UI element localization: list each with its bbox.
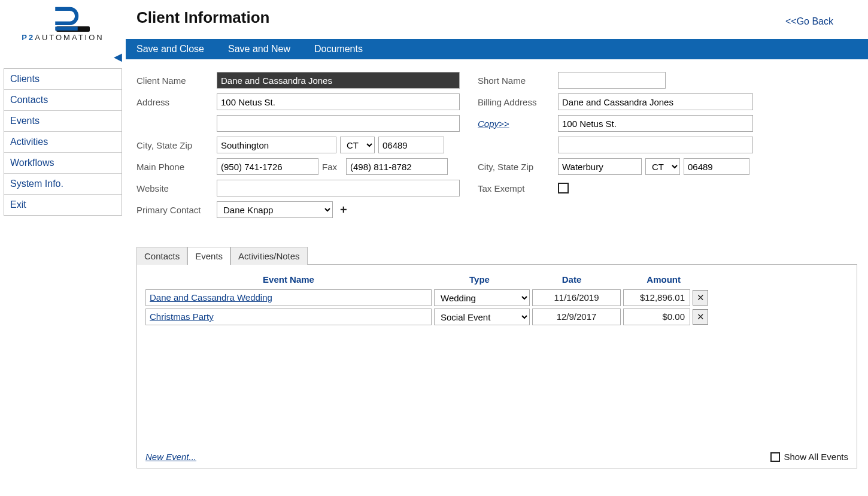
page-title: Client Information (136, 8, 269, 27)
copy-address-link[interactable]: Copy>> (478, 119, 554, 129)
zip-input[interactable] (378, 137, 444, 153)
label-tax-exempt: Tax Exempt (478, 183, 554, 193)
menu-save-and-new[interactable]: Save and New (228, 44, 290, 55)
menu-save-and-close[interactable]: Save and Close (136, 44, 204, 55)
label-client-name: Client Name (136, 75, 213, 86)
sidebar-item-events[interactable]: Events (4, 111, 122, 132)
close-icon: ✕ (697, 292, 705, 303)
close-icon: ✕ (697, 311, 705, 322)
label-website: Website (136, 183, 213, 193)
header-type: Type (432, 273, 527, 286)
tab-activities-notes[interactable]: Activities/Notes (230, 247, 308, 265)
header-date: Date (527, 273, 616, 286)
event-amount: $0.00 (623, 309, 690, 325)
label-fax: Fax (322, 162, 342, 172)
header-amount: Amount (616, 273, 683, 286)
label-city-state-zip: City, State Zip (136, 140, 213, 150)
sidebar-item-workflows[interactable]: Workflows (4, 153, 122, 174)
event-amount: $12,896.01 (623, 289, 690, 306)
tab-events[interactable]: Events (187, 247, 230, 265)
label-billing-city-state-zip: City, State Zip (478, 162, 554, 172)
billing-zip-input[interactable] (684, 158, 749, 175)
event-name-link[interactable]: Dane and Cassandra Wedding (145, 289, 432, 306)
event-row: Christmas Party Social Event 12/9/2017 $… (145, 309, 848, 325)
events-header: Event Name Type Date Amount (145, 273, 848, 289)
collapse-sidebar-icon[interactable]: ◀ (0, 50, 126, 63)
event-type-select[interactable]: Social Event (434, 309, 530, 325)
logo-mark: ⊇ (52, 3, 74, 31)
add-contact-button[interactable]: + (340, 203, 347, 217)
event-name-link[interactable]: Christmas Party (145, 309, 432, 325)
label-main-phone: Main Phone (136, 162, 213, 172)
sidebar-item-clients[interactable]: Clients (4, 69, 122, 90)
header-event-name: Event Name (145, 273, 432, 286)
billing-addr2-input[interactable] (558, 137, 753, 153)
billing-addr1-input[interactable] (558, 115, 753, 132)
event-type-select[interactable]: Wedding (434, 289, 530, 306)
website-input[interactable] (217, 180, 460, 196)
sidebar-item-contacts[interactable]: Contacts (4, 90, 122, 111)
sidebar-item-activities[interactable]: Activities (4, 132, 122, 153)
billing-city-input[interactable] (558, 158, 642, 175)
state-select[interactable]: CT (340, 137, 375, 153)
billing-name-input[interactable] (558, 93, 753, 110)
fax-input[interactable] (346, 158, 448, 175)
billing-state-select[interactable]: CT (645, 158, 680, 175)
label-address: Address (136, 97, 213, 107)
primary-contact-select[interactable]: Dane Knapp (217, 201, 333, 218)
label-primary-contact: Primary Contact (136, 205, 213, 215)
sidebar-item-system-info[interactable]: System Info. (4, 174, 122, 195)
event-date[interactable]: 12/9/2017 (532, 309, 621, 325)
events-panel: Event Name Type Date Amount Dane and Cas… (136, 265, 857, 468)
address1-input[interactable] (217, 93, 460, 110)
menubar: Save and Close Save and New Documents (126, 39, 868, 59)
event-row: Dane and Cassandra Wedding Wedding 11/16… (145, 289, 848, 306)
sidebar-item-exit[interactable]: Exit (4, 195, 122, 215)
label-billing-address: Billing Address (478, 97, 554, 107)
tab-contacts[interactable]: Contacts (136, 247, 187, 265)
address2-input[interactable] (217, 115, 460, 132)
sidebar: Clients Contacts Events Activities Workf… (4, 68, 122, 216)
show-all-events[interactable]: Show All Events (770, 452, 848, 462)
tabs: Contacts Events Activities/Notes (136, 246, 857, 265)
label-short-name: Short Name (478, 75, 554, 86)
event-date[interactable]: 11/16/2019 (532, 289, 621, 306)
short-name-input[interactable] (558, 72, 666, 89)
delete-event-button[interactable]: ✕ (693, 309, 708, 325)
new-event-link[interactable]: New Event... (145, 452, 196, 462)
client-name-input[interactable] (217, 72, 460, 89)
logo: ⊇ P2AUTOMATION (0, 0, 126, 42)
delete-event-button[interactable]: ✕ (693, 290, 708, 306)
menu-documents[interactable]: Documents (314, 44, 363, 55)
show-all-checkbox[interactable] (770, 452, 780, 462)
tax-exempt-checkbox[interactable] (558, 183, 569, 193)
show-all-label: Show All Events (784, 452, 848, 462)
city-input[interactable] (217, 137, 336, 153)
go-back-link[interactable]: <<Go Back (785, 16, 833, 27)
main-phone-input[interactable] (217, 158, 318, 175)
